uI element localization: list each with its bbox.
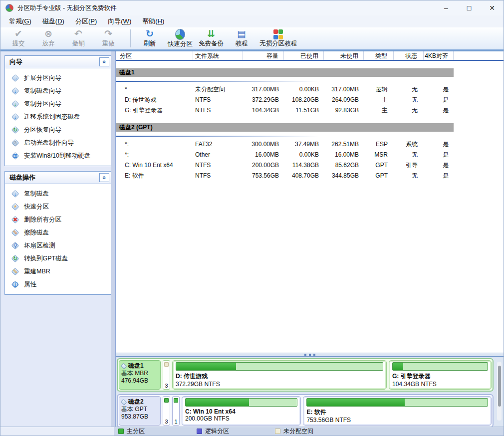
toolbar-button-label: 放弃 — [42, 39, 55, 48]
sidebar-item[interactable]: ↓ 迁移系统到固态磁盘 — [5, 111, 111, 124]
sidebar-item[interactable]: ↻ 分区恢复向导 — [5, 124, 111, 137]
discard-icon: ⊗ — [44, 28, 52, 39]
partition-cell: 264.09GB — [324, 96, 364, 103]
sidebar-item[interactable]: → 扩展分区向导 — [5, 72, 111, 85]
disk-map-row: 磁盘1 基本 MBR 476.94GB 3 — [117, 358, 494, 392]
sidebar-item-label: 坏扇区检测 — [24, 241, 55, 250]
partition-block[interactable]: E: 软件 753.56GB NTFS — [303, 396, 492, 426]
sidebar-panel-title: 向导 — [9, 57, 22, 66]
toolbar-button-label: 免费备份 — [199, 39, 224, 48]
close-button[interactable]: ✕ — [481, 0, 504, 15]
legend-item: 主分区 — [114, 427, 193, 436]
toolbar-separator — [130, 29, 131, 47]
sidebar-item[interactable]: ◎ 启动光盘制作向导 — [5, 137, 111, 150]
toolbar-button[interactable]: ⇊ 免费备份 — [196, 28, 227, 49]
horizontal-splitter[interactable] — [116, 353, 504, 357]
menu-item[interactable]: 向导(W) — [102, 15, 137, 27]
partition-row[interactable]: *: FAT32 300.00MB 37.49MB 262.51MB — [116, 139, 454, 150]
partition-cell: 104.34GB — [243, 107, 284, 114]
table-column-header[interactable]: 文件系统 — [193, 51, 243, 60]
partition-row[interactable]: G: 引擎登录器 NTFS 104.34GB 11.51GB 92.83GB — [116, 105, 454, 116]
toolbar-button[interactable]: 快速分区 — [165, 28, 196, 49]
disk-size: 476.94GB — [121, 377, 158, 385]
table-column-header[interactable]: 未使用 — [324, 51, 364, 60]
properties-icon: ⓘ — [11, 280, 19, 289]
table-column-header[interactable]: 已使用 — [284, 51, 324, 60]
legend-swatch — [197, 429, 202, 434]
toolbar-button[interactable]: ⊗ 放弃 — [33, 28, 63, 49]
table-column-header[interactable]: 状态 — [394, 51, 424, 60]
sidebar-item-label: 快速分区 — [24, 203, 49, 211]
disk-info-box[interactable]: 磁盘2 基本 GPT 953.87GB — [119, 396, 161, 426]
sidebar-item[interactable]: ⓘ 属性 — [5, 278, 111, 291]
toolbar-button[interactable]: ↷ 重做 — [93, 28, 123, 49]
disk-group-band[interactable]: 磁盘2 (GPT) — [116, 123, 454, 132]
sidebar-item[interactable]: ⚲ 坏扇区检测 — [5, 239, 111, 252]
partition-block[interactable]: G: 引擎登录器 104.34GB NTFS — [389, 360, 492, 390]
partition-row[interactable]: *: Other 16.00MB 0.00KB 16.00MB — [116, 150, 454, 160]
toolbar-button[interactable]: ✔ 提交 — [3, 28, 33, 49]
partition-cell: FAT32 — [193, 141, 243, 148]
sidebar-item-label: 属性 — [24, 280, 36, 289]
partition-block[interactable]: C: Win 10 Ent x64 200.00GB NTFS — [182, 396, 301, 426]
sidebar-item[interactable]: ⚡ 快速分区 — [5, 201, 111, 214]
sidebar-item[interactable]: ↻ 转换到GPT磁盘 — [5, 252, 111, 265]
vertical-scrollbar[interactable] — [497, 362, 502, 421]
minimize-button[interactable]: – — [435, 0, 458, 15]
free-backup-icon: ⇊ — [207, 28, 215, 39]
sidebar-item[interactable]: ↓ 复制分区向导 — [5, 98, 111, 111]
toolbar-button[interactable]: ▤ 教程 — [227, 28, 256, 49]
table-column-header[interactable]: 类型 — [364, 51, 394, 60]
table-column-header[interactable]: 4KB对齐 — [424, 51, 454, 60]
partition-cell: 主 — [364, 106, 394, 115]
menu-item[interactable]: 帮助(H) — [137, 15, 170, 27]
sidebar-item[interactable]: ↓ 复制磁盘 — [5, 188, 111, 201]
partition-row[interactable]: E: 软件 NTFS 753.56GB 408.70GB 344.85GB — [116, 171, 454, 181]
partition-cell: 16.00MB — [324, 151, 364, 158]
partition-cell: E: 软件 — [116, 172, 193, 180]
main-column: 分区 文件系统 容量 已使用 未使用 类型 状态 4KB对齐 — [115, 51, 504, 427]
sidebar-item[interactable]: ✖ 删除所有分区 — [5, 214, 111, 226]
collapse-button[interactable]: « — [99, 57, 109, 66]
disk-type: 基本 MBR — [121, 370, 158, 377]
app-logo-pie-icon — [5, 4, 13, 12]
strip-fill-marker — [164, 362, 169, 367]
disk-info-box[interactable]: 磁盘1 基本 MBR 476.94GB — [119, 360, 161, 390]
sidebar-item[interactable]: ⊞ 安装Win8/10到移动硬盘 — [5, 150, 111, 163]
menu-item[interactable]: 常规(G) — [3, 15, 37, 27]
disk-group-band[interactable]: 磁盘1 — [116, 68, 454, 77]
partition-table: 分区 文件系统 容量 已使用 未使用 类型 状态 4KB对齐 — [116, 51, 504, 353]
disk-group-underline — [116, 136, 454, 137]
collapse-button[interactable]: « — [99, 173, 109, 182]
toolbar-button-label: 撤销 — [72, 39, 85, 48]
maximize-button[interactable]: □ — [458, 0, 481, 15]
menu-item[interactable]: 磁盘(D) — [37, 15, 70, 27]
sidebar-item[interactable]: ↓ 复制磁盘向导 — [5, 85, 111, 98]
disk-type: 基本 GPT — [121, 406, 158, 413]
partition-block[interactable]: D: 传世游戏 372.29GB NTFS — [172, 360, 387, 390]
menu-item[interactable]: 分区(P) — [70, 15, 102, 27]
toolbar-button[interactable]: 无损分区教程 — [256, 28, 300, 49]
small-partition-strip[interactable]: 3 — [163, 396, 170, 426]
toolbar-button[interactable]: ↻ 刷新 — [135, 28, 165, 49]
partition-cell: 引导 — [394, 161, 424, 170]
partition-row[interactable]: C: Win 10 Ent x64 NTFS 200.00GB 114.38GB… — [116, 160, 454, 171]
partition-row[interactable]: * 未分配空间 317.00MB 0.00KB 317.00MB — [116, 84, 454, 95]
partition-cell: 300.00MB — [243, 141, 284, 148]
table-column-header[interactable]: 分区 — [116, 51, 193, 60]
table-column-header[interactable]: 容量 — [243, 51, 284, 60]
rebuild-mbr-icon: ✎ — [11, 267, 19, 276]
sidebar-item-label: 迁移系统到固态磁盘 — [24, 113, 80, 121]
sidebar-item[interactable]: ✎ 擦除磁盘 — [5, 226, 111, 239]
partition-cell: 0.00KB — [284, 86, 324, 93]
partition-cell: 无 — [394, 96, 424, 104]
usage-bar — [306, 398, 488, 407]
small-partition-strip[interactable]: 3 — [163, 360, 170, 390]
small-partition-strip[interactable]: 1 — [172, 396, 180, 426]
sidebar-item-label: 复制磁盘 — [24, 190, 49, 198]
partition-cell: 317.00MB — [243, 86, 284, 93]
sidebar-item[interactable]: ✎ 重建MBR — [5, 265, 111, 278]
partition-row[interactable]: D: 传世游戏 NTFS 372.29GB 108.20GB 264.09GB — [116, 95, 454, 105]
toolbar-button[interactable]: ↶ 撤销 — [63, 28, 93, 49]
scrollbar-thumb[interactable] — [498, 366, 501, 407]
